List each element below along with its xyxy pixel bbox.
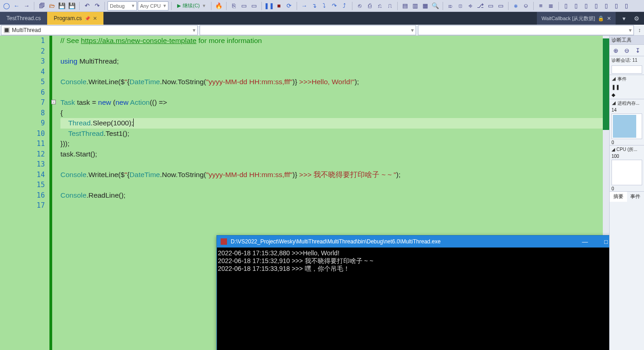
main-toolbar: ◯ ← → 🗐 🗁 💾 💾 ↶ ↷ Debug Any CPU ▶ 继续(C) … <box>0 0 644 12</box>
code-editor[interactable]: 1234567891011121314151617 - // See https… <box>0 36 609 350</box>
bm2-icon[interactable]: ▯ <box>572 1 581 11</box>
tools1-icon[interactable]: ⎈ <box>511 1 520 11</box>
diag-reset-icon[interactable]: ↧ <box>633 46 642 55</box>
diag-zoom-in-icon[interactable]: ⊕ <box>612 46 621 55</box>
diag-tab-events[interactable]: 事件 <box>627 192 644 202</box>
separator <box>79 2 80 10</box>
separator <box>34 2 34 10</box>
hot-reload-icon[interactable]: 🔥 <box>214 1 223 11</box>
step-into-icon[interactable]: ⤵ <box>320 1 329 11</box>
console-window[interactable]: D:\VS2022_Project\Wesky\MultiThread\Mult… <box>216 235 609 350</box>
fold-icon[interactable]: - <box>51 100 56 104</box>
save-icon[interactable]: 💾 <box>57 1 66 11</box>
bookmark-icon[interactable]: ▦ <box>421 1 430 11</box>
memory-chart[interactable] <box>612 113 642 139</box>
continue-button[interactable]: ▶ 继续(C) <box>174 1 208 11</box>
separator <box>508 2 509 10</box>
bm6-icon[interactable]: ▯ <box>612 1 621 11</box>
step-over-icon[interactable]: ↷ <box>330 1 339 11</box>
close-icon[interactable]: ✕ <box>93 16 97 22</box>
events-header[interactable]: ◢ 事件 <box>610 75 644 83</box>
comment-icon[interactable]: ▤ <box>400 1 410 11</box>
back-arrow-icon[interactable]: ← <box>12 1 21 11</box>
tab-program[interactable]: Program.cs 📌 ✕ <box>47 12 103 25</box>
diag-zoom-out-icon[interactable]: ⊖ <box>622 46 632 55</box>
misc3-icon[interactable]: ⎆ <box>466 1 475 11</box>
bm7-icon[interactable]: ▯ <box>622 1 631 11</box>
mem-min: 0 <box>610 140 644 145</box>
diag-session-label: 诊断会话: 11 <box>610 56 644 65</box>
separator <box>171 2 172 10</box>
gear-icon[interactable]: ⚙ <box>632 14 641 23</box>
tab-testthread[interactable]: TestThread.cs <box>0 12 47 25</box>
run-to-cursor-icon[interactable]: → <box>300 1 309 11</box>
uncomment-icon[interactable]: ▥ <box>411 1 420 11</box>
thread-icon[interactable]: ⎌ <box>375 1 384 11</box>
misc4-icon[interactable]: ⎇ <box>476 1 485 11</box>
stack-icon[interactable]: ⎍ <box>385 1 395 11</box>
timeline-bar[interactable] <box>612 65 642 74</box>
bm5-icon[interactable]: ▯ <box>602 1 611 11</box>
project-combo[interactable]: 🔳 MultiThread <box>1 25 198 35</box>
wait-callback-tab[interactable]: WaitCallback [从元数据] 🔒 ✕ <box>537 12 616 25</box>
stop-icon[interactable]: ■ <box>275 1 284 11</box>
bm3-icon[interactable]: ▯ <box>582 1 591 11</box>
console-titlebar[interactable]: D:\VS2022_Project\Wesky\MultiThread\Mult… <box>217 236 609 248</box>
layout1-icon[interactable]: ▭ <box>239 1 249 11</box>
diag-tab-summary[interactable]: 摘要 <box>610 192 627 202</box>
member-bar: 🔳 MultiThread ↕ <box>0 25 644 36</box>
forward-arrow-icon[interactable]: → <box>22 1 31 11</box>
separator <box>226 2 227 10</box>
back-icon[interactable]: ◯ <box>2 1 11 11</box>
break-all-icon[interactable]: ⎋ <box>355 1 364 11</box>
misc5-icon[interactable]: ▭ <box>486 1 495 11</box>
bm1-icon[interactable]: ▯ <box>562 1 571 11</box>
cpu-max: 100 <box>610 154 644 159</box>
pause-icon[interactable]: ❚❚ <box>265 1 274 11</box>
method-combo[interactable] <box>418 25 634 35</box>
process-icon[interactable]: ⎙ <box>365 1 374 11</box>
separator <box>104 2 105 10</box>
diagnostic-tools-panel: 诊断工具 ⊕ ⊖ ↧ 诊断会话: 11 ◢ 事件 ❚❚ ◆ ◢ 进程内存... … <box>609 36 644 350</box>
cpu-chart[interactable] <box>612 160 642 185</box>
show-next-icon[interactable]: ↴ <box>310 1 319 11</box>
separator <box>211 2 211 10</box>
console-output[interactable]: 2022-06-18 17:15:32,880 >>>Hello, World!… <box>217 248 609 350</box>
align2-icon[interactable]: ≣ <box>547 1 556 11</box>
save-all-icon[interactable]: 💾 <box>67 1 76 11</box>
platform-combo[interactable]: Any CPU <box>138 1 168 11</box>
misc2-icon[interactable]: ⎅ <box>456 1 465 11</box>
undo-icon[interactable]: ↶ <box>82 1 92 11</box>
step-out-icon[interactable]: ⤴ <box>340 1 349 11</box>
close-icon[interactable]: ✕ <box>607 16 611 22</box>
mem-max: 14 <box>610 108 644 113</box>
line-gutter: 1234567891011121314151617 <box>0 36 49 350</box>
restart-icon[interactable]: ⟳ <box>285 1 294 11</box>
maximize-button[interactable]: □ <box>596 236 609 248</box>
memory-header[interactable]: ◢ 进程内存... <box>610 99 644 108</box>
exe-icon <box>221 238 227 245</box>
open-file-icon[interactable]: 🗁 <box>47 1 56 11</box>
layout2-icon[interactable]: ▭ <box>249 1 259 11</box>
step-icon[interactable]: ⎘ <box>229 1 238 11</box>
find-icon[interactable]: 🔍 <box>431 1 440 11</box>
separator <box>443 2 443 10</box>
split-editor-icon[interactable]: ↕ <box>635 25 644 35</box>
class-combo[interactable] <box>200 25 416 35</box>
cpu-header[interactable]: ◢ CPU (所... <box>610 145 644 154</box>
tabs-dropdown-icon[interactable]: ▾ <box>619 14 628 23</box>
redo-icon[interactable]: ↷ <box>92 1 102 11</box>
align1-icon[interactable]: ≡ <box>536 1 546 11</box>
tools2-icon[interactable]: ⎉ <box>521 1 530 11</box>
work-area: 1234567891011121314151617 - // See https… <box>0 36 644 350</box>
config-combo[interactable]: Debug <box>108 1 137 11</box>
pin-icon[interactable]: 📌 <box>85 16 90 21</box>
misc6-icon[interactable]: ▭ <box>496 1 505 11</box>
new-project-icon[interactable]: 🗐 <box>37 1 46 11</box>
change-margin <box>49 36 60 350</box>
minimize-button[interactable]: — <box>575 236 595 248</box>
misc1-icon[interactable]: ⎄ <box>446 1 455 11</box>
bm4-icon[interactable]: ▯ <box>592 1 601 11</box>
separator <box>297 2 297 10</box>
separator <box>397 2 398 10</box>
